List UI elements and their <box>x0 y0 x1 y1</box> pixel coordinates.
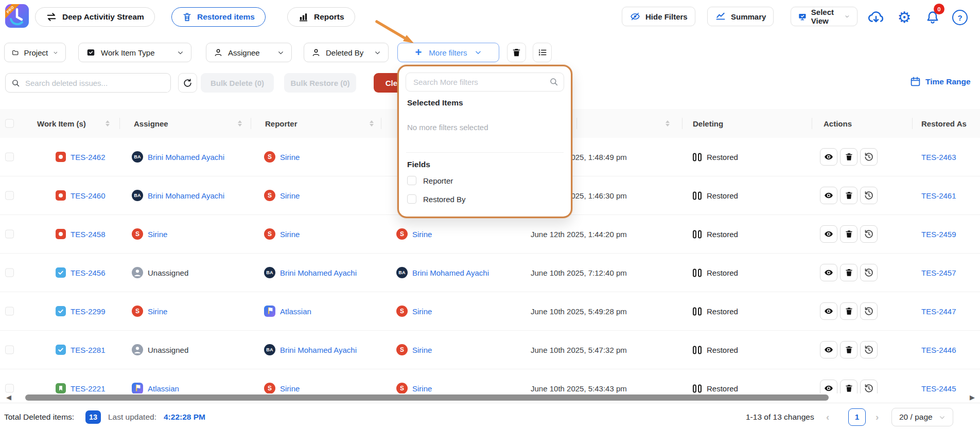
assignee-cell-name[interactable]: Sirine <box>148 307 167 316</box>
deleted-by-cell-name[interactable]: Sirine <box>412 384 432 393</box>
pagination-next-button[interactable]: › <box>876 411 879 423</box>
reporter-cell-name[interactable]: Sirine <box>280 384 300 393</box>
reporter-cell-name[interactable]: Brini Mohamed Ayachi <box>280 346 357 354</box>
history-button[interactable] <box>860 264 878 281</box>
delete-button[interactable] <box>840 302 857 320</box>
popup-field-reporter[interactable]: Reporter <box>407 176 453 185</box>
assignee-cell-name[interactable]: Brini Mohamed Ayachi <box>148 153 224 161</box>
column-header[interactable]: Reporter <box>265 119 297 128</box>
history-button[interactable] <box>860 302 878 320</box>
time-range-button[interactable]: Time Range <box>910 76 971 87</box>
row-checkbox[interactable] <box>5 268 14 277</box>
view-button[interactable] <box>820 341 837 358</box>
history-button[interactable] <box>860 187 878 204</box>
refresh-button[interactable] <box>178 73 197 93</box>
work-item-link[interactable]: TES-2458 <box>71 230 106 239</box>
row-checkbox[interactable] <box>5 191 14 200</box>
column-header[interactable]: Actions <box>824 119 852 128</box>
search-input[interactable] <box>24 74 168 92</box>
cloud-download-button[interactable] <box>868 9 884 26</box>
sort-control[interactable] <box>238 120 242 127</box>
more-filters-dropdown[interactable]: + More filters <box>397 43 499 62</box>
assignee-cell-name[interactable]: Brini Mohamed Ayachi <box>148 191 224 200</box>
deleted-by-cell-name[interactable]: Brini Mohamed Ayachi <box>412 268 489 277</box>
view-button[interactable] <box>820 187 837 204</box>
reporter-cell-name[interactable]: Sirine <box>280 153 300 161</box>
restored-as-link[interactable]: TES-2446 <box>921 346 956 354</box>
view-button[interactable] <box>820 148 837 166</box>
history-button[interactable] <box>860 225 878 243</box>
column-list-button[interactable] <box>533 43 552 62</box>
delete-filter-button[interactable] <box>507 43 526 62</box>
history-button[interactable] <box>860 341 878 358</box>
row-checkbox[interactable] <box>5 153 14 161</box>
bulk-delete-button[interactable]: Bulk Delete (0) <box>201 73 274 93</box>
reporter-cell-name[interactable]: Brini Mohamed Ayachi <box>280 268 357 277</box>
column-header[interactable]: Restored As <box>921 119 967 128</box>
delete-button[interactable] <box>840 148 857 166</box>
scrollbar-thumb[interactable] <box>25 394 829 401</box>
assignee-cell-name[interactable]: Sirine <box>148 230 167 239</box>
delete-button[interactable] <box>840 187 857 204</box>
restored-as-link[interactable]: TES-2461 <box>921 191 956 200</box>
filter-project-dropdown[interactable]: Project <box>4 43 66 62</box>
popup-search-input[interactable] <box>412 74 543 91</box>
delete-button[interactable] <box>840 380 857 393</box>
restored-as-link[interactable]: TES-2445 <box>921 384 956 393</box>
work-item-link[interactable]: TES-2221 <box>71 384 106 393</box>
deleted-by-cell-name[interactable]: Sirine <box>412 307 432 316</box>
settings-button[interactable]: ⚙ <box>896 9 913 26</box>
row-checkbox[interactable] <box>5 307 14 316</box>
reporter-cell-name[interactable]: Atlassian <box>280 307 311 316</box>
view-button[interactable] <box>820 302 837 320</box>
view-button[interactable] <box>820 225 837 243</box>
nav-activity-stream-button[interactable]: Deep Activitiy Stream <box>35 7 155 27</box>
select-view-dropdown[interactable]: Select View <box>791 7 857 26</box>
sort-control[interactable] <box>666 120 670 127</box>
delete-button[interactable] <box>840 341 857 358</box>
scroll-right-arrow[interactable]: ▶ <box>970 394 977 401</box>
delete-button[interactable] <box>840 264 857 281</box>
checkbox-reporter[interactable] <box>407 176 416 185</box>
row-checkbox[interactable] <box>5 384 14 393</box>
restored-as-link[interactable]: TES-2463 <box>921 153 956 161</box>
row-checkbox[interactable] <box>5 346 14 354</box>
work-item-link[interactable]: TES-2299 <box>71 307 106 316</box>
pagination-prev-button[interactable]: ‹ <box>826 411 829 423</box>
work-item-link[interactable]: TES-2281 <box>71 346 106 354</box>
pagination-page-1[interactable]: 1 <box>848 408 866 426</box>
restored-as-link[interactable]: TES-2447 <box>921 307 956 316</box>
restored-as-link[interactable]: TES-2459 <box>921 230 956 239</box>
sort-control[interactable] <box>370 120 374 127</box>
nav-restored-items-button[interactable]: Restored items <box>171 7 266 27</box>
work-item-link[interactable]: TES-2462 <box>71 153 106 161</box>
checkbox-restored-by[interactable] <box>407 194 416 204</box>
deleted-by-cell-name[interactable]: Sirine <box>412 230 432 239</box>
hide-filters-button[interactable]: Hide Filters <box>622 7 695 26</box>
history-button[interactable] <box>860 380 878 393</box>
column-header[interactable]: Deleting <box>693 119 723 128</box>
help-button[interactable]: ? <box>952 9 968 26</box>
column-header[interactable]: Assignee <box>134 119 168 128</box>
filter-assignee-dropdown[interactable]: Assignee <box>206 43 292 62</box>
horizontal-scrollbar[interactable]: ◀ ▶ <box>0 393 980 402</box>
deleted-by-cell-name[interactable]: Sirine <box>412 346 432 354</box>
row-checkbox[interactable] <box>5 230 14 239</box>
delete-button[interactable] <box>840 225 857 243</box>
filter-work-item-type-dropdown[interactable]: Work Item Type <box>78 43 191 62</box>
column-header[interactable]: Work Item (s) <box>37 119 86 128</box>
assignee-cell-name[interactable]: Atlassian <box>148 384 179 393</box>
work-item-link[interactable]: TES-2456 <box>71 268 106 277</box>
reporter-cell-name[interactable]: Sirine <box>280 230 300 239</box>
view-button[interactable] <box>820 380 837 393</box>
view-button[interactable] <box>820 264 837 281</box>
nav-reports-button[interactable]: Reports <box>287 7 355 27</box>
page-size-select[interactable]: 20 / page <box>891 408 953 426</box>
select-all-checkbox[interactable] <box>5 119 14 128</box>
summary-button[interactable]: Summary <box>707 7 774 26</box>
popup-field-restored-by[interactable]: Restored By <box>407 194 466 204</box>
work-item-link[interactable]: TES-2460 <box>71 191 106 200</box>
sort-control[interactable] <box>106 120 110 127</box>
app-logo[interactable]: PRO <box>5 4 29 28</box>
reporter-cell-name[interactable]: Sirine <box>280 191 300 200</box>
